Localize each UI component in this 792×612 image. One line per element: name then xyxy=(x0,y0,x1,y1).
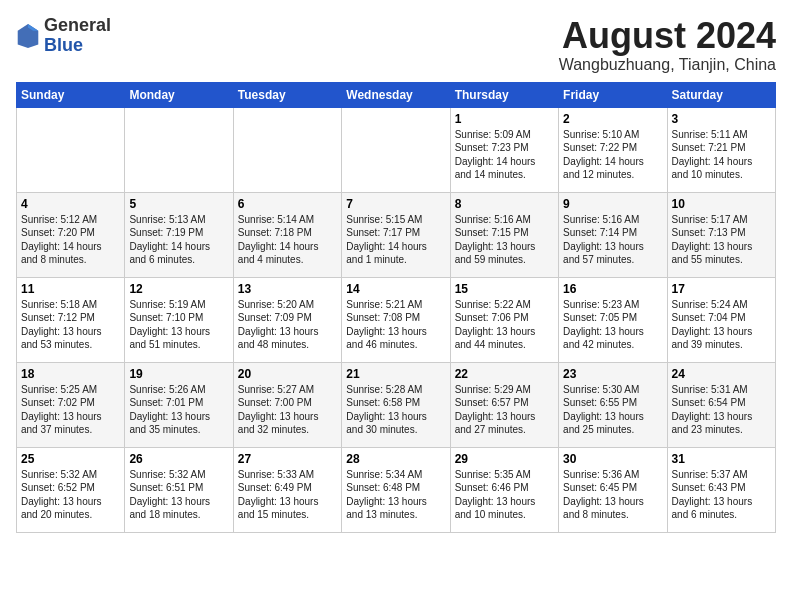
day-number: 18 xyxy=(21,367,120,381)
calendar-cell: 25Sunrise: 5:32 AM Sunset: 6:52 PM Dayli… xyxy=(17,447,125,532)
day-number: 1 xyxy=(455,112,554,126)
cell-content: Sunrise: 5:17 AM Sunset: 7:13 PM Dayligh… xyxy=(672,213,771,267)
calendar-cell: 1Sunrise: 5:09 AM Sunset: 7:23 PM Daylig… xyxy=(450,107,558,192)
cell-content: Sunrise: 5:23 AM Sunset: 7:05 PM Dayligh… xyxy=(563,298,662,352)
day-number: 21 xyxy=(346,367,445,381)
day-number: 28 xyxy=(346,452,445,466)
cell-content: Sunrise: 5:35 AM Sunset: 6:46 PM Dayligh… xyxy=(455,468,554,522)
cell-content: Sunrise: 5:11 AM Sunset: 7:21 PM Dayligh… xyxy=(672,128,771,182)
calendar-cell: 2Sunrise: 5:10 AM Sunset: 7:22 PM Daylig… xyxy=(559,107,667,192)
day-number: 8 xyxy=(455,197,554,211)
day-number: 10 xyxy=(672,197,771,211)
logo-icon xyxy=(16,22,40,50)
month-title: August 2024 xyxy=(559,16,776,56)
day-number: 15 xyxy=(455,282,554,296)
cell-content: Sunrise: 5:30 AM Sunset: 6:55 PM Dayligh… xyxy=(563,383,662,437)
calendar-table: SundayMondayTuesdayWednesdayThursdayFrid… xyxy=(16,82,776,533)
week-row-1: 1Sunrise: 5:09 AM Sunset: 7:23 PM Daylig… xyxy=(17,107,776,192)
day-number: 5 xyxy=(129,197,228,211)
calendar-cell: 9Sunrise: 5:16 AM Sunset: 7:14 PM Daylig… xyxy=(559,192,667,277)
day-number: 4 xyxy=(21,197,120,211)
day-number: 24 xyxy=(672,367,771,381)
day-number: 13 xyxy=(238,282,337,296)
weekday-header-tuesday: Tuesday xyxy=(233,82,341,107)
day-number: 2 xyxy=(563,112,662,126)
day-number: 3 xyxy=(672,112,771,126)
day-number: 19 xyxy=(129,367,228,381)
cell-content: Sunrise: 5:26 AM Sunset: 7:01 PM Dayligh… xyxy=(129,383,228,437)
day-number: 20 xyxy=(238,367,337,381)
cell-content: Sunrise: 5:33 AM Sunset: 6:49 PM Dayligh… xyxy=(238,468,337,522)
calendar-cell: 26Sunrise: 5:32 AM Sunset: 6:51 PM Dayli… xyxy=(125,447,233,532)
day-number: 9 xyxy=(563,197,662,211)
cell-content: Sunrise: 5:09 AM Sunset: 7:23 PM Dayligh… xyxy=(455,128,554,182)
day-number: 30 xyxy=(563,452,662,466)
weekday-header-friday: Friday xyxy=(559,82,667,107)
cell-content: Sunrise: 5:10 AM Sunset: 7:22 PM Dayligh… xyxy=(563,128,662,182)
calendar-cell: 13Sunrise: 5:20 AM Sunset: 7:09 PM Dayli… xyxy=(233,277,341,362)
calendar-cell xyxy=(125,107,233,192)
calendar-cell: 6Sunrise: 5:14 AM Sunset: 7:18 PM Daylig… xyxy=(233,192,341,277)
day-number: 29 xyxy=(455,452,554,466)
weekday-header-row: SundayMondayTuesdayWednesdayThursdayFrid… xyxy=(17,82,776,107)
calendar-cell: 31Sunrise: 5:37 AM Sunset: 6:43 PM Dayli… xyxy=(667,447,775,532)
cell-content: Sunrise: 5:29 AM Sunset: 6:57 PM Dayligh… xyxy=(455,383,554,437)
weekday-header-thursday: Thursday xyxy=(450,82,558,107)
day-number: 26 xyxy=(129,452,228,466)
calendar-cell: 22Sunrise: 5:29 AM Sunset: 6:57 PM Dayli… xyxy=(450,362,558,447)
calendar-cell: 30Sunrise: 5:36 AM Sunset: 6:45 PM Dayli… xyxy=(559,447,667,532)
calendar-cell: 4Sunrise: 5:12 AM Sunset: 7:20 PM Daylig… xyxy=(17,192,125,277)
cell-content: Sunrise: 5:22 AM Sunset: 7:06 PM Dayligh… xyxy=(455,298,554,352)
calendar-cell: 8Sunrise: 5:16 AM Sunset: 7:15 PM Daylig… xyxy=(450,192,558,277)
day-number: 23 xyxy=(563,367,662,381)
calendar-cell: 29Sunrise: 5:35 AM Sunset: 6:46 PM Dayli… xyxy=(450,447,558,532)
cell-content: Sunrise: 5:34 AM Sunset: 6:48 PM Dayligh… xyxy=(346,468,445,522)
day-number: 31 xyxy=(672,452,771,466)
calendar-cell: 16Sunrise: 5:23 AM Sunset: 7:05 PM Dayli… xyxy=(559,277,667,362)
calendar-cell: 3Sunrise: 5:11 AM Sunset: 7:21 PM Daylig… xyxy=(667,107,775,192)
week-row-5: 25Sunrise: 5:32 AM Sunset: 6:52 PM Dayli… xyxy=(17,447,776,532)
calendar-cell: 14Sunrise: 5:21 AM Sunset: 7:08 PM Dayli… xyxy=(342,277,450,362)
day-number: 12 xyxy=(129,282,228,296)
cell-content: Sunrise: 5:21 AM Sunset: 7:08 PM Dayligh… xyxy=(346,298,445,352)
calendar-cell: 24Sunrise: 5:31 AM Sunset: 6:54 PM Dayli… xyxy=(667,362,775,447)
cell-content: Sunrise: 5:16 AM Sunset: 7:15 PM Dayligh… xyxy=(455,213,554,267)
calendar-cell: 17Sunrise: 5:24 AM Sunset: 7:04 PM Dayli… xyxy=(667,277,775,362)
svg-marker-0 xyxy=(18,24,39,48)
week-row-2: 4Sunrise: 5:12 AM Sunset: 7:20 PM Daylig… xyxy=(17,192,776,277)
calendar-cell xyxy=(17,107,125,192)
cell-content: Sunrise: 5:32 AM Sunset: 6:51 PM Dayligh… xyxy=(129,468,228,522)
calendar-cell: 21Sunrise: 5:28 AM Sunset: 6:58 PM Dayli… xyxy=(342,362,450,447)
day-number: 25 xyxy=(21,452,120,466)
logo: GeneralBlue xyxy=(16,16,111,56)
cell-content: Sunrise: 5:16 AM Sunset: 7:14 PM Dayligh… xyxy=(563,213,662,267)
calendar-cell: 7Sunrise: 5:15 AM Sunset: 7:17 PM Daylig… xyxy=(342,192,450,277)
day-number: 6 xyxy=(238,197,337,211)
week-row-3: 11Sunrise: 5:18 AM Sunset: 7:12 PM Dayli… xyxy=(17,277,776,362)
calendar-cell: 12Sunrise: 5:19 AM Sunset: 7:10 PM Dayli… xyxy=(125,277,233,362)
cell-content: Sunrise: 5:24 AM Sunset: 7:04 PM Dayligh… xyxy=(672,298,771,352)
calendar-cell: 20Sunrise: 5:27 AM Sunset: 7:00 PM Dayli… xyxy=(233,362,341,447)
weekday-header-saturday: Saturday xyxy=(667,82,775,107)
cell-content: Sunrise: 5:13 AM Sunset: 7:19 PM Dayligh… xyxy=(129,213,228,267)
calendar-cell xyxy=(342,107,450,192)
weekday-header-sunday: Sunday xyxy=(17,82,125,107)
title-area: August 2024 Wangbuzhuang, Tianjin, China xyxy=(559,16,776,74)
cell-content: Sunrise: 5:37 AM Sunset: 6:43 PM Dayligh… xyxy=(672,468,771,522)
cell-content: Sunrise: 5:28 AM Sunset: 6:58 PM Dayligh… xyxy=(346,383,445,437)
cell-content: Sunrise: 5:15 AM Sunset: 7:17 PM Dayligh… xyxy=(346,213,445,267)
calendar-cell: 5Sunrise: 5:13 AM Sunset: 7:19 PM Daylig… xyxy=(125,192,233,277)
day-number: 11 xyxy=(21,282,120,296)
location-title: Wangbuzhuang, Tianjin, China xyxy=(559,56,776,74)
day-number: 7 xyxy=(346,197,445,211)
calendar-cell: 11Sunrise: 5:18 AM Sunset: 7:12 PM Dayli… xyxy=(17,277,125,362)
day-number: 14 xyxy=(346,282,445,296)
cell-content: Sunrise: 5:19 AM Sunset: 7:10 PM Dayligh… xyxy=(129,298,228,352)
weekday-header-wednesday: Wednesday xyxy=(342,82,450,107)
week-row-4: 18Sunrise: 5:25 AM Sunset: 7:02 PM Dayli… xyxy=(17,362,776,447)
calendar-cell: 28Sunrise: 5:34 AM Sunset: 6:48 PM Dayli… xyxy=(342,447,450,532)
calendar-cell: 15Sunrise: 5:22 AM Sunset: 7:06 PM Dayli… xyxy=(450,277,558,362)
day-number: 16 xyxy=(563,282,662,296)
calendar-cell: 18Sunrise: 5:25 AM Sunset: 7:02 PM Dayli… xyxy=(17,362,125,447)
cell-content: Sunrise: 5:18 AM Sunset: 7:12 PM Dayligh… xyxy=(21,298,120,352)
